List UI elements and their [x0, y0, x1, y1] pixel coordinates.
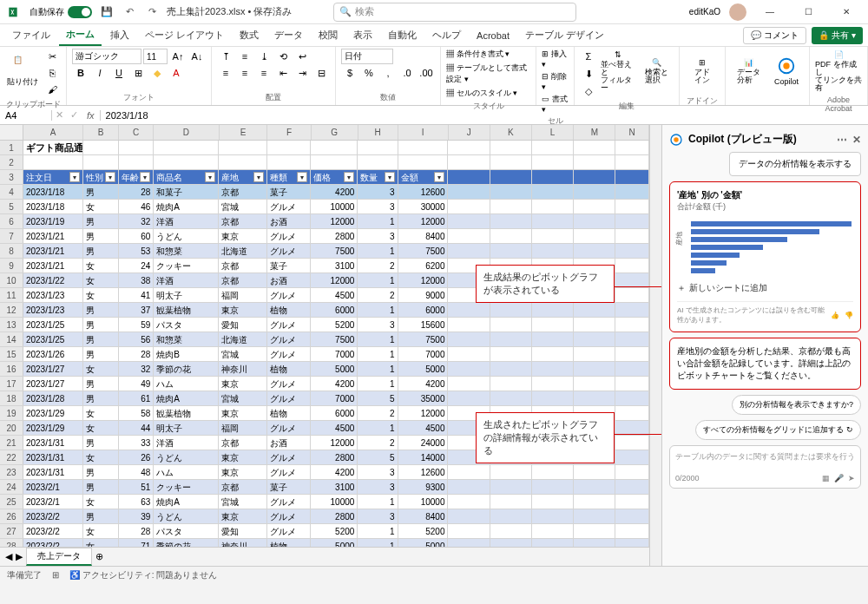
cell[interactable] — [448, 318, 490, 332]
show-insights-button[interactable]: データの分析情報を表示する — [729, 152, 861, 176]
row-header[interactable]: 4 — [0, 185, 23, 199]
col-header-N[interactable]: N — [615, 125, 649, 140]
table-row[interactable]: 132023/1/25男59パスタ愛知グルメ5200315600 — [0, 318, 649, 332]
cell[interactable] — [532, 185, 574, 199]
filter-dropdown-icon[interactable]: ▾ — [69, 172, 80, 182]
cell[interactable]: 2023/1/21 — [23, 244, 83, 258]
paste-button[interactable]: 📋貼り付け — [5, 49, 40, 94]
cell[interactable]: 明太子 — [154, 288, 219, 302]
font-name-select[interactable] — [72, 49, 141, 64]
cell[interactable]: 2023/1/19 — [23, 214, 83, 228]
cell[interactable]: パスタ — [154, 318, 219, 332]
align-left-icon[interactable]: ≡ — [217, 65, 234, 81]
cell[interactable] — [490, 539, 532, 547]
cell[interactable]: 女 — [83, 421, 119, 435]
cell[interactable]: 北海道 — [219, 332, 267, 346]
row-header[interactable]: 23 — [0, 465, 23, 479]
col-header-I[interactable]: I — [398, 125, 449, 140]
cell[interactable] — [448, 509, 490, 523]
cell[interactable]: 京都 — [219, 185, 267, 199]
cell[interactable]: 9300 — [398, 480, 449, 494]
cell[interactable] — [448, 495, 490, 509]
cell[interactable]: 男 — [83, 244, 119, 258]
cell[interactable]: 2023/1/18 — [23, 200, 83, 213]
cell[interactable]: 2023/1/21 — [23, 229, 83, 243]
cell[interactable]: グルメ — [267, 495, 311, 509]
cell[interactable]: 24 — [119, 259, 155, 272]
cell[interactable]: 1 — [358, 273, 398, 287]
autosave-toggle[interactable]: 自動保存 — [30, 6, 92, 18]
cell[interactable]: 宮城 — [219, 200, 267, 213]
cell[interactable]: 京都 — [219, 214, 267, 228]
header-cell[interactable]: 注文日▾ — [23, 170, 83, 184]
cell[interactable]: グルメ — [267, 465, 311, 479]
table-row[interactable]: 242023/2/1男51クッキー京都菓子310039300 — [0, 480, 649, 495]
cell[interactable]: 24000 — [398, 436, 449, 450]
cell[interactable] — [574, 318, 615, 332]
cell[interactable] — [615, 185, 649, 199]
cell[interactable] — [615, 318, 649, 332]
ribbon-tab-ホーム[interactable]: ホーム — [59, 24, 102, 46]
cell[interactable] — [490, 391, 532, 405]
sheet-tab[interactable]: 売上データ — [26, 548, 92, 566]
cell[interactable] — [448, 141, 490, 154]
cell[interactable] — [490, 465, 532, 479]
cell[interactable]: グルメ — [267, 509, 311, 523]
row-header[interactable]: 26 — [0, 509, 23, 523]
align-bottom-icon[interactable]: ⤓ — [255, 49, 273, 64]
cell[interactable]: クッキー — [154, 480, 219, 494]
table-row[interactable]: 42023/1/18男28和菓子京都菓子4200312600 — [0, 185, 649, 200]
cell[interactable] — [490, 509, 532, 523]
name-box[interactable]: A4 — [0, 110, 52, 121]
cell[interactable]: 41 — [119, 288, 155, 302]
cell[interactable] — [615, 200, 649, 213]
cell[interactable] — [615, 377, 649, 391]
cell[interactable] — [490, 377, 532, 391]
cell[interactable]: 7000 — [398, 347, 449, 361]
cell[interactable]: 6000 — [311, 303, 358, 317]
table-row[interactable]: 142023/1/25男56和惣菜北海道グルメ750017500 — [0, 332, 649, 347]
cell[interactable]: 北海道 — [219, 244, 267, 258]
cell[interactable]: 女 — [83, 362, 119, 376]
cell[interactable] — [615, 524, 649, 538]
send-icon[interactable]: ➤ — [848, 474, 855, 483]
cell[interactable]: 2023/1/29 — [23, 421, 83, 435]
cell[interactable]: 2 — [358, 436, 398, 450]
copy-icon[interactable]: ⎘ — [43, 65, 61, 81]
sheet-nav-next-icon[interactable]: ▶ — [16, 551, 23, 562]
row-header[interactable]: 25 — [0, 495, 23, 509]
cell[interactable]: 京都 — [219, 259, 267, 272]
cell[interactable]: ハム — [154, 465, 219, 479]
cell[interactable]: 男 — [83, 303, 119, 317]
cell[interactable]: 10000 — [311, 495, 358, 509]
grid-body[interactable]: 1ギフト商品通信販売記録23注文日▾性別▾年齢▾商品名▾産地▾種類▾価格▾数量▾… — [0, 141, 649, 547]
cell[interactable] — [448, 155, 490, 169]
cell[interactable] — [119, 141, 155, 154]
cell[interactable]: 2023/1/26 — [23, 347, 83, 361]
cell[interactable]: 2023/1/25 — [23, 318, 83, 332]
insert-cells-button[interactable]: ⊞ 挿入 ▾ — [542, 49, 569, 69]
border-icon[interactable]: ⊞ — [129, 65, 147, 81]
avatar[interactable] — [729, 3, 746, 21]
table-row[interactable]: 272023/2/2女28パスタ愛知グルメ520015200 — [0, 524, 649, 539]
cell[interactable]: 7000 — [311, 391, 358, 405]
cell[interactable]: 2 — [358, 288, 398, 302]
cell[interactable] — [532, 200, 574, 213]
align-middle-icon[interactable]: ≡ — [236, 49, 253, 64]
col-header-M[interactable]: M — [574, 125, 615, 140]
table-row[interactable]: 282023/2/2女71季節の花神奈川植物500015000 — [0, 539, 649, 547]
cell[interactable]: 39 — [119, 509, 155, 523]
col-header-C[interactable]: C — [119, 125, 154, 140]
cancel-formula-icon[interactable]: ✕ — [52, 109, 67, 121]
cell[interactable]: 12000 — [311, 436, 358, 450]
cell[interactable]: 12600 — [398, 185, 449, 199]
cell[interactable] — [574, 465, 615, 479]
add-to-sheet-button[interactable]: ＋ 新しいシートに追加 — [677, 279, 853, 298]
header-cell[interactable] — [532, 170, 574, 184]
cell[interactable] — [448, 465, 490, 479]
cell[interactable]: 35000 — [398, 391, 449, 405]
row-header[interactable]: 6 — [0, 214, 23, 228]
attach-icon[interactable]: ▦ — [822, 474, 830, 483]
cell[interactable]: 東京 — [219, 450, 267, 464]
cell[interactable]: 東京 — [219, 465, 267, 479]
